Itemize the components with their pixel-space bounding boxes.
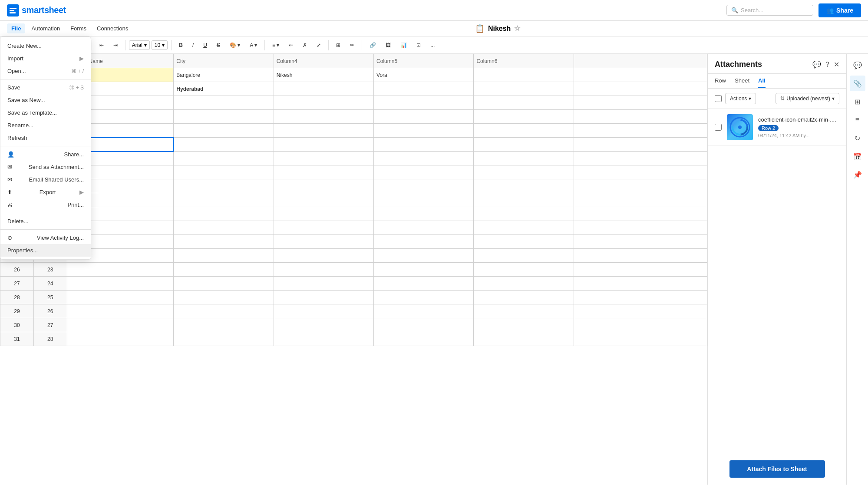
cell-extra[interactable] — [574, 332, 707, 346]
cell-extra[interactable] — [574, 179, 707, 193]
cell-extra[interactable] — [574, 249, 707, 263]
outdent-button[interactable]: ⇥ — [109, 40, 122, 50]
cell-col4[interactable] — [274, 221, 373, 235]
col-header-city[interactable]: City — [174, 54, 274, 68]
cell-extra[interactable] — [574, 277, 707, 291]
col-header-col6[interactable]: Column6 — [474, 54, 574, 68]
table-button[interactable]: ⊞ — [332, 40, 344, 50]
cell-secondname[interactable] — [67, 332, 174, 346]
cell-col5[interactable] — [374, 82, 474, 96]
strikethrough-button[interactable]: S — [213, 40, 224, 50]
cell-extra[interactable] — [574, 221, 707, 235]
tab-row[interactable]: Row — [715, 77, 726, 88]
menu-import[interactable]: Import ▶ — [0, 52, 91, 65]
cell-col6[interactable] — [474, 318, 574, 332]
link-button[interactable]: 🔗 — [366, 40, 380, 50]
cell-city[interactable] — [174, 221, 274, 235]
cell-city[interactable] — [174, 110, 274, 124]
col-header-col4[interactable]: Column4 — [274, 54, 373, 68]
menu-item-forms[interactable]: Forms — [66, 23, 91, 33]
cell-col6[interactable] — [474, 138, 574, 152]
cell-city[interactable] — [174, 138, 274, 152]
font-selector[interactable]: Arial ▾ — [129, 40, 150, 50]
cell-col5[interactable] — [374, 221, 474, 235]
cell-col6[interactable] — [474, 193, 574, 207]
sidebar-icon-calendar[interactable]: 📅 — [850, 149, 865, 164]
sidebar-icon-refresh[interactable]: ↻ — [850, 130, 865, 146]
cell-extra[interactable] — [574, 193, 707, 207]
star-icon[interactable]: ☆ — [514, 24, 520, 33]
cell-city[interactable] — [174, 332, 274, 346]
cell-col4[interactable] — [274, 138, 373, 152]
cell-col4[interactable] — [274, 277, 373, 291]
actions-button[interactable]: Actions ▾ — [725, 93, 756, 104]
cell-col5[interactable] — [374, 277, 474, 291]
menu-item-automation[interactable]: Automation — [27, 23, 64, 33]
text-color-button[interactable]: A ▾ — [246, 40, 261, 50]
menu-delete[interactable]: Delete... — [0, 215, 91, 228]
indent-button[interactable]: ⇤ — [96, 40, 108, 50]
cell-col6[interactable] — [474, 152, 574, 165]
italic-button[interactable]: I — [188, 40, 198, 50]
cell-city[interactable] — [174, 152, 274, 165]
cell-col4[interactable] — [274, 291, 373, 304]
cell-col4[interactable] — [274, 304, 373, 318]
layout-button[interactable]: ⊡ — [413, 40, 425, 50]
menu-rename[interactable]: Rename... — [0, 119, 91, 132]
cell-extra[interactable] — [574, 207, 707, 221]
cell-city[interactable] — [174, 304, 274, 318]
cell-secondname[interactable] — [67, 291, 174, 304]
menu-print[interactable]: 🖨 Print... — [0, 198, 91, 211]
cell-extra[interactable] — [574, 68, 707, 82]
cell-city[interactable] — [174, 249, 274, 263]
underline-button[interactable]: U — [199, 40, 211, 50]
cell-col6[interactable] — [474, 263, 574, 277]
align-button[interactable]: ≡ ▾ — [268, 40, 283, 50]
cell-col4[interactable] — [274, 249, 373, 263]
cell-col5[interactable] — [374, 235, 474, 249]
cell-col4[interactable]: Nikesh — [274, 68, 373, 82]
cell-extra[interactable] — [574, 235, 707, 249]
menu-share[interactable]: 👤 Share... — [0, 148, 91, 161]
cell-city[interactable] — [174, 96, 274, 110]
cell-col4[interactable] — [274, 82, 373, 96]
cell-city[interactable] — [174, 207, 274, 221]
cell-col6[interactable] — [474, 291, 574, 304]
cell-city[interactable] — [174, 124, 274, 138]
cell-col5[interactable] — [374, 263, 474, 277]
cell-city[interactable] — [174, 263, 274, 277]
cell-extra[interactable] — [574, 318, 707, 332]
bold-button[interactable]: B — [175, 40, 187, 50]
cell-extra[interactable] — [574, 82, 707, 96]
cell-extra[interactable] — [574, 110, 707, 124]
cell-col6[interactable] — [474, 277, 574, 291]
font-size-selector[interactable]: 10 ▾ — [152, 40, 168, 50]
cell-col6[interactable] — [474, 82, 574, 96]
menu-item-connections[interactable]: Connections — [92, 23, 132, 33]
cell-col6[interactable] — [474, 179, 574, 193]
cell-col5[interactable] — [374, 304, 474, 318]
search-bar[interactable]: 🔍 Search... — [726, 5, 813, 16]
col-header-col5[interactable]: Column5 — [374, 54, 474, 68]
cell-col6[interactable] — [474, 235, 574, 249]
drag-button[interactable]: ⤢ — [313, 40, 325, 50]
sort-button[interactable]: ⇅ Uploaded (newest) ▾ — [776, 93, 839, 104]
attachment-checkbox[interactable] — [715, 124, 722, 131]
cell-col4[interactable] — [274, 179, 373, 193]
cell-secondname[interactable] — [67, 318, 174, 332]
tab-sheet[interactable]: Sheet — [735, 77, 749, 88]
cell-city[interactable]: Bangalore — [174, 68, 274, 82]
cell-col6[interactable] — [474, 304, 574, 318]
image-button[interactable]: 🖼 — [382, 40, 395, 50]
menu-activity-log[interactable]: ⊙ View Activity Log... — [0, 231, 91, 244]
cell-col5[interactable] — [374, 179, 474, 193]
cell-col6[interactable] — [474, 332, 574, 346]
cell-col5[interactable] — [374, 110, 474, 124]
cell-col6[interactable] — [474, 96, 574, 110]
cell-extra[interactable] — [574, 96, 707, 110]
sidebar-icon-chat[interactable]: 💬 — [850, 57, 865, 73]
cell-extra[interactable] — [574, 263, 707, 277]
cell-col6[interactable] — [474, 207, 574, 221]
cell-col5[interactable] — [374, 165, 474, 179]
cell-col4[interactable] — [274, 263, 373, 277]
